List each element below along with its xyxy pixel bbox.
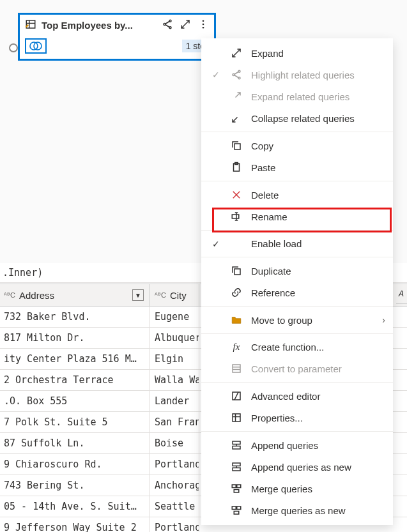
share-icon[interactable] bbox=[162, 19, 173, 32]
menu-item-copy[interactable]: Copy bbox=[201, 135, 393, 156]
cell-address: 9 Jefferson Way Suite 2 bbox=[0, 517, 150, 532]
menu-label: Append queries as new bbox=[251, 462, 385, 473]
svg-rect-31 bbox=[234, 269, 240, 275]
merge-venn-icon[interactable] bbox=[25, 38, 47, 54]
svg-rect-45 bbox=[232, 485, 236, 488]
menu-label: Highlight related queries bbox=[251, 70, 385, 80]
menu-item-properties[interactable]: Properties... bbox=[201, 407, 393, 429]
column-header-city[interactable]: ᴬᴮCCity bbox=[150, 284, 199, 306]
reference-icon bbox=[231, 287, 242, 298]
menu-item-delete[interactable]: Delete bbox=[201, 184, 393, 206]
column-header-address[interactable]: ᴬᴮCAddress▼ bbox=[0, 284, 150, 306]
menu-item-append-queries[interactable]: Append queries bbox=[201, 434, 393, 456]
properties-icon bbox=[231, 412, 242, 423]
svg-line-20 bbox=[236, 93, 241, 98]
svg-line-21 bbox=[233, 118, 238, 123]
menu-label: Move to group bbox=[251, 315, 373, 326]
cell-address: 732 Baker Blvd. bbox=[0, 307, 150, 327]
menu-item-duplicate[interactable]: Duplicate bbox=[201, 260, 393, 282]
fx-icon: fx bbox=[231, 342, 242, 353]
expand-arrows-icon[interactable] bbox=[180, 19, 191, 32]
menu-label: Copy bbox=[251, 141, 385, 151]
menu-item-append-queries-new[interactable]: Append queries as new bbox=[201, 456, 393, 478]
svg-rect-0 bbox=[26, 20, 35, 28]
cell-address: 9 Chiaroscuro Rd. bbox=[0, 454, 150, 475]
svg-line-14 bbox=[233, 49, 240, 57]
menu-label: Delete bbox=[251, 190, 385, 201]
menu-separator bbox=[201, 132, 393, 132]
collapse-icon bbox=[231, 112, 242, 124]
menu-item-expand-related[interactable]: Expand related queries bbox=[201, 86, 393, 107]
rename-icon bbox=[231, 211, 242, 222]
svg-line-18 bbox=[234, 72, 238, 75]
menu-label: Collapse related queries bbox=[251, 113, 385, 124]
menu-item-rename[interactable]: Rename bbox=[201, 206, 393, 227]
menu-label: Expand related queries bbox=[251, 91, 385, 102]
menu-item-move-to-group[interactable]: Move to group› bbox=[201, 309, 393, 331]
cell-city: Anchorag bbox=[150, 475, 199, 496]
svg-rect-32 bbox=[233, 365, 240, 372]
svg-rect-49 bbox=[237, 506, 241, 510]
folder-icon bbox=[231, 314, 242, 326]
menu-item-merge-queries-new[interactable]: Merge queries as new bbox=[201, 499, 393, 521]
menu-item-convert-parameter[interactable]: Convert to parameter bbox=[201, 358, 393, 379]
share-icon bbox=[231, 69, 242, 80]
menu-label: Merge queries as new bbox=[251, 505, 385, 516]
menu-label: Paste bbox=[251, 162, 385, 173]
menu-label: Properties... bbox=[251, 413, 385, 423]
menu-separator bbox=[201, 181, 393, 181]
cell-address: .O. Box 555 bbox=[0, 391, 150, 411]
append-icon bbox=[231, 439, 242, 451]
svg-rect-46 bbox=[237, 485, 241, 488]
column-label: City bbox=[170, 290, 187, 301]
menu-label: Enable load bbox=[251, 238, 385, 249]
query-body: 1 ste bbox=[20, 36, 214, 59]
cell-city: Eugene bbox=[150, 307, 199, 327]
svg-point-3 bbox=[169, 20, 171, 22]
merge-new-icon bbox=[231, 505, 242, 516]
menu-label: Duplicate bbox=[251, 266, 385, 277]
editor-icon bbox=[231, 390, 242, 402]
cell-city: Seattle bbox=[150, 496, 199, 517]
svg-line-6 bbox=[165, 22, 169, 24]
filter-dropdown-icon[interactable]: ▼ bbox=[132, 289, 144, 301]
svg-point-16 bbox=[233, 74, 234, 76]
context-menu: Expand ✓Highlight related queries Expand… bbox=[201, 38, 393, 525]
menu-label: Expand bbox=[251, 48, 385, 59]
menu-separator bbox=[201, 382, 393, 383]
menu-label: Convert to parameter bbox=[251, 363, 385, 374]
duplicate-icon bbox=[231, 265, 242, 277]
next-column-stub: A bbox=[396, 284, 407, 304]
menu-label: Append queries bbox=[251, 440, 385, 451]
query-title: Top Employees by... bbox=[42, 20, 157, 31]
menu-item-paste[interactable]: Paste bbox=[201, 156, 393, 178]
svg-point-4 bbox=[164, 24, 165, 26]
type-text-icon: ᴬᴮC bbox=[4, 291, 15, 300]
cell-city: Portland bbox=[150, 454, 199, 475]
expand-out-icon bbox=[231, 91, 242, 102]
menu-separator bbox=[201, 333, 393, 334]
svg-point-11 bbox=[203, 27, 204, 29]
query-node[interactable]: Top Employees by... 1 ste bbox=[18, 13, 216, 61]
merge-icon bbox=[231, 483, 242, 494]
more-icon[interactable] bbox=[197, 19, 209, 32]
menu-item-advanced-editor[interactable]: Advanced editor bbox=[201, 385, 393, 407]
menu-item-expand[interactable]: Expand bbox=[201, 42, 393, 64]
cell-city: Albuquer bbox=[150, 328, 199, 348]
menu-separator bbox=[201, 230, 393, 231]
svg-point-10 bbox=[203, 24, 204, 26]
menu-item-enable-load[interactable]: ✓Enable load bbox=[201, 233, 393, 254]
svg-rect-42 bbox=[233, 463, 240, 466]
menu-item-reference[interactable]: Reference bbox=[201, 282, 393, 303]
expand-icon bbox=[231, 47, 242, 59]
menu-item-merge-queries[interactable]: Merge queries bbox=[201, 478, 393, 499]
menu-item-create-function[interactable]: fxCreate function... bbox=[201, 337, 393, 358]
cell-city: San Fran bbox=[150, 412, 199, 432]
append-new-icon bbox=[231, 461, 242, 473]
menu-separator bbox=[201, 257, 393, 257]
type-text-icon: ᴬᴮC bbox=[155, 291, 166, 300]
menu-item-highlight-related[interactable]: ✓Highlight related queries bbox=[201, 64, 393, 86]
cell-address: ity Center Plaza 516 M… bbox=[0, 349, 150, 369]
menu-item-collapse-related[interactable]: Collapse related queries bbox=[201, 107, 393, 129]
cell-address: 2 Orchestra Terrace bbox=[0, 370, 150, 390]
